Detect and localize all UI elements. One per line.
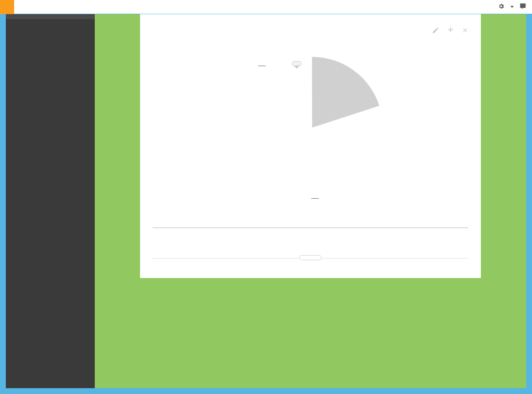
move-icon[interactable] <box>447 27 454 36</box>
question-header <box>153 27 468 36</box>
report-card <box>140 14 481 278</box>
speech-bubble-icon <box>520 3 526 11</box>
insert-row <box>153 255 468 261</box>
gear-icon <box>498 3 505 11</box>
delete-icon[interactable] <box>462 27 468 36</box>
question-actions <box>432 27 468 36</box>
total-label <box>342 228 399 238</box>
col-percent <box>304 219 342 228</box>
chevron-down-icon <box>510 6 514 8</box>
need-help-button[interactable] <box>520 3 528 11</box>
report-stage <box>95 14 526 388</box>
sidebar <box>6 14 95 388</box>
work-area <box>6 14 526 388</box>
col-count <box>399 219 468 228</box>
brand-logo[interactable] <box>0 0 14 14</box>
pie-svg <box>240 53 384 202</box>
account-menu[interactable] <box>498 3 514 11</box>
top-nav <box>0 0 532 14</box>
pie-chart <box>153 44 468 211</box>
results-table <box>153 219 468 238</box>
nav-right <box>498 0 532 14</box>
col-value <box>153 219 304 228</box>
edit-icon[interactable] <box>432 27 439 36</box>
chart-tooltip <box>292 61 301 66</box>
sidebar-title <box>6 14 95 19</box>
insert-button[interactable] <box>299 255 322 260</box>
total-count <box>399 228 468 238</box>
